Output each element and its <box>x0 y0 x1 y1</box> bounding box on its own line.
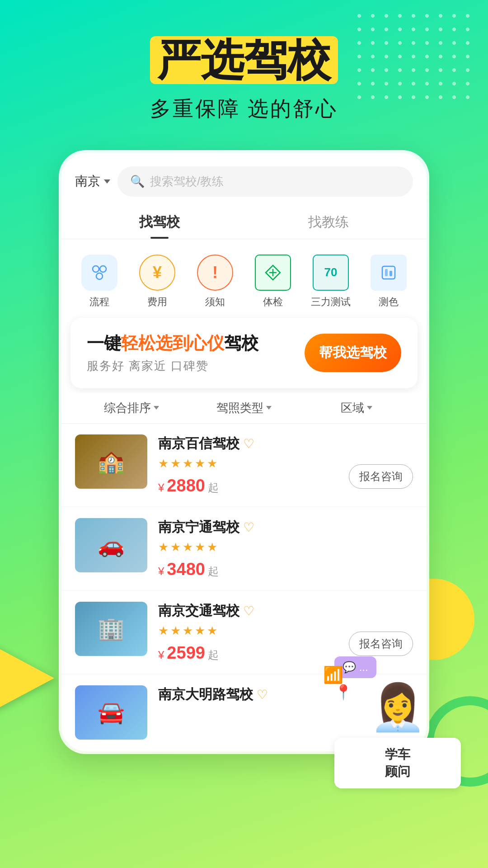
price-suffix-2: 起 <box>208 564 219 579</box>
price-row-3: ¥ 2599 起 <box>158 643 338 663</box>
filter-area[interactable]: 区域 <box>300 400 413 416</box>
price-currency-2: ¥ <box>158 565 164 578</box>
school-name-3: 南京交通驾校 <box>158 602 239 620</box>
svg-rect-3 <box>382 266 395 279</box>
icon-measure[interactable]: 测色 <box>360 250 418 313</box>
price-row-2: ¥ 3480 起 <box>158 560 402 579</box>
measure-icon <box>371 255 407 291</box>
stars-2: ★ ★ ★ ★ ★ <box>158 540 402 554</box>
measure-label: 测色 <box>379 295 399 309</box>
stars-1: ★ ★ ★ ★ ★ <box>158 457 338 471</box>
price-currency-3: ¥ <box>158 649 164 661</box>
school-name-row-3: 南京交通驾校 ♡ <box>158 602 338 620</box>
physical-icon <box>255 255 291 291</box>
icon-notice[interactable]: ! 须知 <box>186 250 244 313</box>
school-info-1: 南京百信驾校 ♡ ★ ★ ★ ★ ★ ¥ 2880 <box>158 434 338 495</box>
icon-sanli[interactable]: 70 三力测试 <box>302 250 360 313</box>
sanli-icon: 70 <box>313 255 349 291</box>
pin-icon: 📍 <box>334 684 352 701</box>
tabs-container: 找驾校 找教练 <box>61 206 427 239</box>
notice-icon: ! <box>197 255 233 291</box>
svg-rect-5 <box>389 271 392 276</box>
sort-arrow-icon <box>154 406 159 410</box>
vip-badge-2: ♡ <box>243 520 254 535</box>
price-value-2: 3480 <box>167 560 205 579</box>
school-name-row-1: 南京百信驾校 ♡ <box>158 434 338 453</box>
search-icon: 🔍 <box>130 175 145 189</box>
price-row-1: ¥ 2880 起 <box>158 476 338 495</box>
school-action-3: 报名咨询 <box>349 602 413 656</box>
promo-card: 一键轻松选到心仪驾校 服务好 离家近 口碑赞 帮我选驾校 <box>70 318 418 388</box>
school-info-2: 南京宁通驾校 ♡ ★ ★ ★ ★ ★ ¥ 3480 <box>158 518 402 579</box>
school-name-row-2: 南京宁通驾校 ♡ <box>158 518 402 537</box>
filter-sort[interactable]: 综合排序 <box>75 400 188 416</box>
price-value-1: 2880 <box>167 476 205 495</box>
search-placeholder: 搜索驾校/教练 <box>150 174 224 189</box>
icon-process[interactable]: 流程 <box>70 250 128 313</box>
license-arrow-icon <box>266 406 272 410</box>
tab-find-coach[interactable]: 找教练 <box>244 206 413 239</box>
consult-button-1[interactable]: 报名咨询 <box>349 464 413 489</box>
school-action-1: 报名咨询 <box>349 434 413 489</box>
school-name-2: 南京宁通驾校 <box>158 518 239 537</box>
price-suffix-1: 起 <box>208 481 219 495</box>
icon-grid: 流程 ¥ 费用 ! 须知 <box>61 250 427 313</box>
vip-badge-1: ♡ <box>243 436 254 451</box>
stars-3: ★ ★ ★ ★ ★ <box>158 624 338 638</box>
process-icon <box>81 255 117 291</box>
sanli-label: 三力测试 <box>311 295 351 309</box>
school-name-1: 南京百信驾校 <box>158 434 239 453</box>
process-label: 流程 <box>89 295 109 309</box>
table-row[interactable]: 🚗 南京宁通驾校 ♡ ★ ★ ★ ★ ★ <box>61 507 427 590</box>
notice-label: 须知 <box>205 295 225 309</box>
school-image-3: 🏢 <box>75 602 147 656</box>
hero-section: 严选驾校 多重保障 选的舒心 <box>0 0 488 123</box>
play-button-decoration <box>0 642 59 714</box>
vip-badge-3: ♡ <box>243 604 254 618</box>
icon-physical[interactable]: 体检 <box>244 250 302 313</box>
svg-point-2 <box>96 273 103 279</box>
vip-badge-4: ♡ <box>257 687 268 702</box>
promo-text: 一键轻松选到心仪驾校 服务好 离家近 口碑赞 <box>87 332 258 374</box>
promo-main-text: 一键轻松选到心仪驾校 <box>87 332 258 354</box>
tab-find-school[interactable]: 找驾校 <box>75 206 244 239</box>
filter-bar: 综合排序 驾照类型 区域 <box>61 393 427 424</box>
price-value-3: 2599 <box>167 643 205 663</box>
hero-title: 严选驾校 <box>150 36 338 84</box>
search-bar: 南京 🔍 搜索驾校/教练 <box>61 166 427 197</box>
promo-sub-text: 服务好 离家近 口碑赞 <box>87 358 258 374</box>
physical-label: 体检 <box>263 295 283 309</box>
price-suffix-3: 起 <box>208 648 219 662</box>
svg-point-1 <box>100 266 106 272</box>
fee-icon: ¥ <box>139 255 175 291</box>
school-info-3: 南京交通驾校 ♡ ★ ★ ★ ★ ★ ¥ 2599 <box>158 602 338 663</box>
svg-rect-4 <box>385 269 388 276</box>
city-selector[interactable]: 南京 <box>75 173 110 190</box>
school-name-4: 南京大明路驾校 <box>158 685 253 704</box>
price-currency-1: ¥ <box>158 481 164 494</box>
svg-point-0 <box>93 266 99 272</box>
school-image-4: 🚘 <box>75 685 147 740</box>
filter-license-type[interactable]: 驾照类型 <box>188 400 300 416</box>
table-row[interactable]: 🏫 南京百信驾校 ♡ ★ ★ ★ ★ ★ <box>61 424 427 506</box>
search-input-box[interactable]: 🔍 搜索驾校/教练 <box>117 166 413 197</box>
fee-label: 费用 <box>147 295 167 309</box>
icon-fee[interactable]: ¥ 费用 <box>128 250 186 313</box>
customer-service[interactable]: 💬 ... 📶 📍 👩‍💼 学车 顾问 <box>334 673 461 796</box>
consult-button-3[interactable]: 报名咨询 <box>349 632 413 656</box>
area-arrow-icon <box>367 406 372 410</box>
chevron-down-icon <box>104 179 110 184</box>
cs-card[interactable]: 学车 顾问 <box>334 738 461 788</box>
help-select-button[interactable]: 帮我选驾校 <box>305 334 401 372</box>
school-image-1: 🏫 <box>75 434 147 489</box>
school-image-2: 🚗 <box>75 518 147 572</box>
wifi-icon: 📶 <box>323 665 343 684</box>
hero-subtitle: 多重保障 选的舒心 <box>0 95 488 123</box>
cs-avatar: 👩‍💼 <box>334 681 461 734</box>
city-label: 南京 <box>75 173 100 190</box>
